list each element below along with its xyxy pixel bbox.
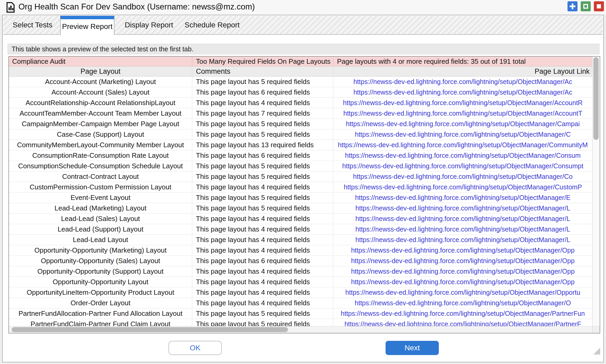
page-layout-link[interactable]: https://newss-dev-ed.lightning.force.com… (333, 266, 592, 277)
table-row[interactable]: ConsumptionSchedule-Consumption Schedule… (9, 161, 592, 171)
page-layout-link[interactable]: https://newss-dev-ed.lightning.force.com… (333, 150, 592, 161)
table-row[interactable]: PartnerFundClaim-Partner Fund Claim Layo… (9, 319, 592, 326)
page-layout-link[interactable]: https://newss-dev-ed.lightning.force.com… (333, 119, 592, 129)
page-layout-link[interactable]: https://newss-dev-ed.lightning.force.com… (333, 129, 592, 140)
page-layout-link[interactable]: https://newss-dev-ed.lightning.force.com… (333, 182, 592, 192)
page-layout-link[interactable]: https://newss-dev-ed.lightning.force.com… (333, 308, 592, 319)
comments-cell: This page layout has 4 required fields (192, 245, 333, 255)
window-title: Org Health Scan For Dev Sandbox (Usernam… (18, 2, 255, 12)
column-header-page-layout[interactable]: Page Layout (9, 67, 192, 76)
page-layout-cell: AccountRelationship-Account Relationship… (9, 98, 192, 108)
page-layout-cell: ConsumptionRate-Consumption Rate Layout (9, 150, 192, 161)
table-row[interactable]: AccountTeamMember-Account Team Member La… (9, 108, 592, 119)
close-button[interactable] (594, 1, 604, 11)
comments-cell: This page layout has 5 required fields (192, 171, 333, 182)
table-row[interactable]: Order-Order LayoutThis page layout has 4… (9, 298, 592, 308)
table-row[interactable]: CommunityMemberLayout-Community Member L… (9, 140, 592, 150)
next-button[interactable]: Next (386, 341, 439, 355)
page-layout-link[interactable]: https://newss-dev-ed.lightning.force.com… (333, 161, 592, 171)
tab-schedule-report[interactable]: Schedule Report (185, 16, 240, 34)
maximize-button[interactable] (581, 1, 591, 11)
comments-cell: This page layout has 5 required fields (192, 203, 333, 213)
summary-test-category: Compliance Audit (9, 57, 192, 66)
document-chart-icon (6, 2, 15, 13)
page-layout-link[interactable]: https://newss-dev-ed.lightning.force.com… (333, 108, 592, 119)
page-layout-cell: Lead-Lead Layout (9, 235, 192, 245)
resize-grip-icon[interactable] (593, 348, 600, 355)
table-row[interactable]: Event-Event LayoutThis page layout has 5… (9, 193, 592, 203)
summary-row: Compliance Audit Too Many Required Field… (9, 57, 592, 67)
table-row[interactable]: PartnerFundAllocation-Partner Fund Alloc… (9, 308, 592, 319)
table-row[interactable]: OpportunityLineItem-Opportunity Product … (9, 287, 592, 298)
ok-button[interactable]: OK (169, 341, 222, 355)
table-row[interactable]: Lead-Lead LayoutThis page layout has 4 r… (9, 235, 592, 245)
page-layout-link[interactable]: https://newss-dev-ed.lightning.force.com… (333, 87, 592, 97)
table-row[interactable]: AccountRelationship-Account Relationship… (9, 98, 592, 108)
column-header-comments[interactable]: Comments (192, 67, 333, 76)
page-layout-link[interactable]: https://newss-dev-ed.lightning.force.com… (333, 171, 592, 182)
table-row[interactable]: Opportunity-Opportunity (Sales) LayoutTh… (9, 256, 592, 266)
table-row[interactable]: Lead-Lead (Marketing) LayoutThis page la… (9, 203, 592, 214)
preview-table: Compliance Audit Too Many Required Field… (8, 56, 600, 333)
table-row[interactable]: Opportunity-Opportunity (Support) Layout… (9, 266, 592, 277)
page-layout-link[interactable]: https://newss-dev-ed.lightning.force.com… (333, 214, 592, 224)
vertical-scrollbar[interactable] (592, 57, 600, 326)
page-layout-cell: Opportunity-Opportunity Layout (9, 277, 192, 287)
page-layout-link[interactable]: https://newss-dev-ed.lightning.force.com… (333, 256, 592, 266)
page-layout-cell: Contract-Contract Layout (9, 171, 192, 182)
table-row[interactable]: Account-Account (Marketing) LayoutThis p… (9, 77, 592, 87)
comments-cell: This page layout has 5 required fields (192, 77, 333, 87)
table-header-row: Page Layout Comments Page Layout Link (9, 67, 592, 77)
page-layout-cell: Account-Account (Marketing) Layout (9, 77, 192, 87)
page-layout-link[interactable]: https://newss-dev-ed.lightning.force.com… (333, 319, 592, 326)
table-row[interactable]: Account-Account (Sales) LayoutThis page … (9, 87, 592, 98)
column-header-page-layout-link[interactable]: Page Layout Link (333, 67, 592, 76)
table-row[interactable]: Lead-Lead (Sales) LayoutThis page layout… (9, 214, 592, 224)
table-row[interactable]: Opportunity-Opportunity (Marketing) Layo… (9, 245, 592, 256)
page-layout-cell: Opportunity-Opportunity (Support) Layout (9, 266, 192, 277)
horizontal-scrollbar[interactable] (9, 326, 592, 333)
page-layout-link[interactable]: https://newss-dev-ed.lightning.force.com… (333, 245, 592, 255)
comments-cell: This page layout has 4 required fields (192, 98, 333, 108)
page-layout-link[interactable]: https://newss-dev-ed.lightning.force.com… (333, 287, 592, 298)
page-layout-cell: CampaignMember-Campaign Member Page Layo… (9, 119, 192, 129)
page-layout-link[interactable]: https://newss-dev-ed.lightning.force.com… (333, 77, 592, 87)
page-layout-cell: Opportunity-Opportunity (Sales) Layout (9, 256, 192, 266)
comments-cell: This page layout has 4 required fields (192, 182, 333, 192)
page-layout-cell: Order-Order Layout (9, 298, 192, 308)
table-row[interactable]: CampaignMember-Campaign Member Page Layo… (9, 119, 592, 129)
main-panel: Select Tests Preview Report Display Repo… (2, 15, 604, 362)
vertical-scrollbar-thumb[interactable] (593, 57, 599, 140)
table-row[interactable]: Opportunity-Opportunity LayoutThis page … (9, 277, 592, 287)
page-layout-link[interactable]: https://newss-dev-ed.lightning.force.com… (333, 235, 592, 245)
table-row[interactable]: Lead-Lead (Support) LayoutThis page layo… (9, 224, 592, 235)
summary-result: Page layouts with 4 or more required fie… (333, 57, 592, 66)
page-layout-link[interactable]: https://newss-dev-ed.lightning.force.com… (333, 203, 592, 213)
tab-display-report[interactable]: Display Report (125, 16, 173, 34)
page-layout-cell: Case-Case (Support) Layout (9, 129, 192, 140)
page-layout-cell: Lead-Lead (Support) Layout (9, 224, 192, 234)
table-row[interactable]: CustomPermission-Custom Permission Layou… (9, 182, 592, 193)
page-layout-cell: AccountTeamMember-Account Team Member La… (9, 108, 192, 119)
table-row[interactable]: ConsumptionRate-Consumption Rate LayoutT… (9, 150, 592, 161)
page-layout-link[interactable]: https://newss-dev-ed.lightning.force.com… (333, 277, 592, 287)
comments-cell: This page layout has 6 required fields (192, 256, 333, 266)
page-layout-link[interactable]: https://newss-dev-ed.lightning.force.com… (333, 224, 592, 234)
page-layout-cell: Opportunity-Opportunity (Marketing) Layo… (9, 245, 192, 255)
horizontal-scrollbar-thumb[interactable] (12, 327, 288, 332)
tab-preview-report[interactable]: Preview Report (60, 16, 114, 35)
page-layout-cell: Lead-Lead (Sales) Layout (9, 214, 192, 224)
page-layout-link[interactable]: https://newss-dev-ed.lightning.force.com… (333, 98, 592, 108)
page-layout-link[interactable]: https://newss-dev-ed.lightning.force.com… (333, 298, 592, 308)
tab-select-tests[interactable]: Select Tests (13, 16, 52, 34)
page-layout-link[interactable]: https://newss-dev-ed.lightning.force.com… (333, 140, 592, 150)
comments-cell: This page layout has 6 required fields (192, 87, 333, 97)
minimize-button[interactable] (567, 1, 578, 11)
page-layout-cell: OpportunityLineItem-Opportunity Product … (9, 287, 192, 298)
comments-cell: This page layout has 13 required fields (192, 140, 333, 150)
table-row[interactable]: Contract-Contract LayoutThis page layout… (9, 171, 592, 182)
page-layout-link[interactable]: https://newss-dev-ed.lightning.force.com… (333, 193, 592, 203)
table-row[interactable]: Case-Case (Support) LayoutThis page layo… (9, 129, 592, 140)
page-layout-cell: CustomPermission-Custom Permission Layou… (9, 182, 192, 192)
scrollbar-corner (592, 326, 600, 333)
